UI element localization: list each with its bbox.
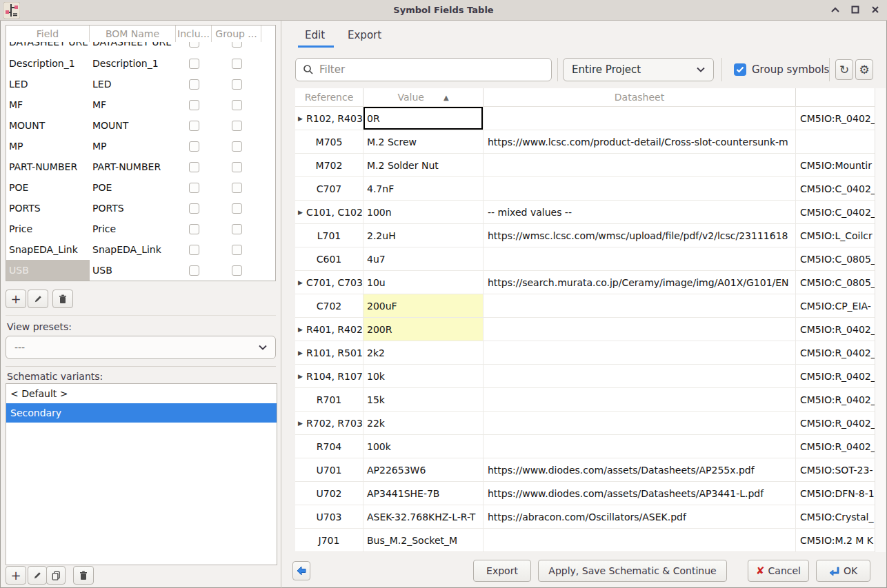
footprint-cell[interactable]: CM5IO:R_0402_	[796, 107, 875, 130]
col-reference[interactable]: Reference	[295, 88, 363, 106]
include-cell[interactable]	[176, 121, 212, 131]
expand-arrow-icon[interactable]: ▶	[298, 349, 303, 356]
datasheet-cell[interactable]	[484, 247, 796, 270]
datasheet-cell[interactable]	[484, 318, 796, 341]
reference-cell[interactable]: L701	[295, 224, 363, 247]
datasheet-cell[interactable]: https://www.lcsc.com/product-detail/Cros…	[484, 130, 796, 153]
datasheet-cell[interactable]	[484, 177, 796, 200]
bom-name-cell[interactable]: USB	[90, 265, 176, 276]
value-cell[interactable]: 0R	[363, 107, 484, 130]
field-row[interactable]: MFMF	[6, 94, 275, 115]
reference-cell[interactable]: J701	[295, 529, 363, 551]
table-row[interactable]: ▶R101, R5012k2CM5IO:R_0402_	[295, 341, 875, 365]
footprint-cell[interactable]: CM5IO:R_0402_	[796, 412, 875, 434]
reference-cell[interactable]: C707	[295, 177, 363, 200]
table-row[interactable]: ▶R401, R402200RCM5IO:R_0402_	[295, 318, 875, 341]
checkbox[interactable]	[189, 121, 199, 131]
tab-export[interactable]: Export	[348, 29, 381, 41]
footprint-cell[interactable]: CM5IO:M.2 M K	[796, 529, 875, 551]
footprint-cell[interactable]: CM5IO:R_0402_	[796, 435, 875, 458]
bom-name-cell[interactable]: PORTS	[90, 203, 176, 214]
bom-name-cell[interactable]: SnapEDA_Link	[90, 244, 176, 255]
checkbox[interactable]	[232, 79, 242, 90]
field-name-cell[interactable]: MP	[6, 141, 90, 152]
table-row[interactable]: U701AP22653W6https://www.diodes.com/asse…	[295, 458, 875, 482]
datasheet-cell[interactable]	[484, 412, 796, 434]
fields-table-header[interactable]: Field BOM Name Inclu... Group ...	[6, 26, 275, 42]
field-name-cell[interactable]: MOUNT	[6, 120, 90, 131]
table-row[interactable]: M705M.2 Screwhttps://www.lcsc.com/produc…	[295, 130, 875, 154]
field-row[interactable]: Description_1Description_1	[6, 53, 275, 74]
group-cell[interactable]	[212, 79, 261, 90]
datasheet-cell[interactable]	[484, 107, 796, 130]
datasheet-cell[interactable]	[484, 365, 796, 387]
checkbox[interactable]	[232, 265, 242, 276]
checkbox[interactable]	[232, 245, 242, 255]
value-cell[interactable]: AP3441SHE-7B	[363, 482, 484, 505]
group-cell[interactable]	[212, 183, 261, 193]
reference-cell[interactable]: ▶R702, R703	[295, 412, 363, 434]
include-cell[interactable]	[176, 141, 212, 152]
group-cell[interactable]	[212, 162, 261, 172]
field-row[interactable]: POEPOE	[6, 177, 275, 198]
group-cell[interactable]	[212, 265, 261, 276]
maximize-icon[interactable]	[850, 5, 860, 14]
field-name-cell[interactable]: SnapEDA_Link	[6, 244, 90, 255]
field-name-cell[interactable]: PART-NUMBER	[6, 161, 90, 172]
value-cell[interactable]: M.2 Screw	[363, 130, 484, 153]
include-cell[interactable]	[176, 203, 212, 214]
bom-name-cell[interactable]: DATASHEET URL	[90, 42, 176, 48]
value-cell[interactable]: 15k	[363, 388, 484, 411]
include-cell[interactable]	[176, 224, 212, 234]
bom-name-cell[interactable]: LED	[90, 79, 176, 90]
datasheet-cell[interactable]: -- mixed values --	[484, 201, 796, 223]
value-cell[interactable]: M.2 Solder Nut	[363, 154, 484, 176]
checkbox[interactable]	[232, 59, 242, 69]
field-name-cell[interactable]: POE	[6, 182, 90, 193]
include-cell[interactable]	[176, 59, 212, 69]
vertical-scrollbar[interactable]	[875, 88, 886, 552]
variant-item[interactable]: < Default >	[6, 384, 277, 403]
value-cell[interactable]: 4u7	[363, 247, 484, 270]
settings-button[interactable]: ⚙	[855, 59, 873, 80]
reference-cell[interactable]: C702	[295, 294, 363, 317]
reference-cell[interactable]: C601	[295, 247, 363, 270]
include-cell[interactable]	[176, 162, 212, 172]
table-row[interactable]: J701Bus_M.2_Socket_MCM5IO:M.2 M K	[295, 529, 875, 552]
include-cell[interactable]	[176, 265, 212, 276]
checkbox[interactable]	[189, 100, 199, 110]
value-cell[interactable]: 2k2	[363, 341, 484, 364]
footprint-cell[interactable]: CM5IO:C_0805_	[796, 271, 875, 294]
field-name-cell[interactable]: MF	[6, 99, 90, 110]
table-row[interactable]: U703ASEK-32.768KHZ-L-R-Thttps://abracon.…	[295, 505, 875, 529]
checkbox[interactable]	[189, 79, 199, 90]
expand-arrow-icon[interactable]: ▶	[298, 209, 303, 216]
table-row[interactable]: ▶R702, R70322kCM5IO:R_0402_	[295, 412, 875, 435]
reference-cell[interactable]: U701	[295, 458, 363, 481]
reference-cell[interactable]: ▶R102, R403	[295, 107, 363, 130]
table-row[interactable]: M702M.2 Solder NutCM5IO:Mountir	[295, 154, 875, 177]
bom-name-cell[interactable]: PART-NUMBER	[90, 161, 176, 172]
col-datasheet[interactable]: Datasheet	[484, 88, 796, 106]
ok-button[interactable]: OK	[816, 560, 870, 582]
footprint-cell[interactable]: CM5IO:Mountir	[796, 154, 875, 176]
checkbox[interactable]	[189, 141, 199, 152]
footprint-cell[interactable]: CM5IO:C_0402_	[796, 177, 875, 200]
datasheet-cell[interactable]: https://wmsc.lcsc.com/wmsc/upload/file/p…	[484, 224, 796, 247]
table-row[interactable]: C6014u7CM5IO:C_0805_	[295, 247, 875, 271]
datasheet-cell[interactable]: https://search.murata.co.jp/Ceramy/image…	[484, 271, 796, 294]
table-row[interactable]: C702200uFCM5IO:CP_EIA-	[295, 294, 875, 318]
delete-field-button[interactable]	[52, 290, 73, 308]
footprint-cell[interactable]: CM5IO:SOT-23-	[796, 458, 875, 481]
footprint-cell[interactable]: CM5IO:R_0402_	[796, 388, 875, 411]
table-row[interactable]: ▶R102, R4030RCM5IO:R_0402_	[295, 107, 875, 130]
minimize-icon[interactable]	[830, 5, 840, 14]
checkbox[interactable]	[232, 121, 242, 131]
value-cell[interactable]: AP22653W6	[363, 458, 484, 481]
reference-cell[interactable]: ▶C101, C102	[295, 201, 363, 223]
datasheet-cell[interactable]	[484, 154, 796, 176]
datasheet-cell[interactable]: https://www.diodes.com/assets/Datasheets…	[484, 458, 796, 481]
value-cell[interactable]: 100k	[363, 435, 484, 458]
delete-variant-button[interactable]	[73, 566, 94, 585]
copy-variant-button[interactable]	[46, 566, 66, 585]
